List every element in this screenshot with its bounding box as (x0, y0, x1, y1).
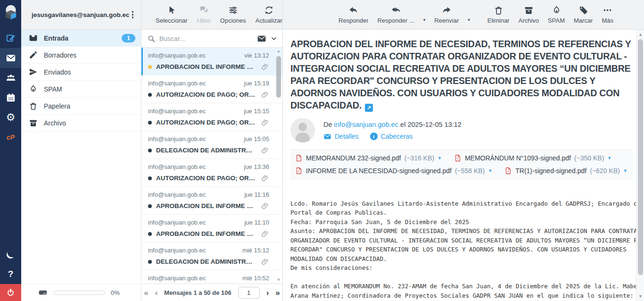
prev-page-button[interactable]: ‹ (155, 289, 158, 297)
account-header: jesusgavilanes@sanjuan.gob.ec (21, 0, 141, 30)
scrollbar-thumb[interactable] (638, 39, 643, 275)
folder-item-inbox[interactable]: Entrada 1 (21, 30, 141, 47)
message-date: jue 15:19 (244, 80, 270, 87)
page-number-input[interactable]: 1 (238, 287, 260, 299)
spam-flame-icon (552, 5, 561, 15)
details-toggle[interactable]: Detalles (323, 133, 359, 141)
message-sender: info@sanjuan.gob.ec (148, 163, 206, 170)
archive-button[interactable]: Archivo (519, 5, 539, 24)
select-button[interactable]: Seleccionar (156, 5, 188, 24)
search-input[interactable] (159, 35, 253, 42)
attachment-menu-caret-icon[interactable]: ▼ (438, 156, 442, 160)
reply-all-button[interactable]: Responder ... (378, 5, 414, 24)
account-menu-button[interactable] (129, 9, 137, 20)
scrollbar-thumb[interactable] (276, 56, 281, 98)
more-dots-icon (603, 5, 612, 15)
attachment-name: MEMORÁNDUM N°1093-signed.pdf (465, 154, 571, 162)
forward-menu-caret-icon[interactable]: ▾ (468, 17, 470, 22)
message-row[interactable]: info@sanjuan.gob.ec jue 11:10 APROBACION… (141, 215, 282, 242)
folder-sidebar: jesusgavilanes@sanjuan.gob.ec Entrada 1 … (21, 0, 141, 301)
attachment-item[interactable]: MEMORANDUM 232-signed.pdf (~316 KB) ▼ (295, 154, 442, 162)
message-date: jue 11:16 (244, 191, 269, 198)
pagination-summary: Mensajes 1 a 50 de 106 (164, 289, 231, 296)
compose-button[interactable] (0, 28, 21, 48)
forward-button[interactable]: Reenviar (434, 5, 459, 24)
sender-email-link[interactable]: info@sanjuan.gob.ec (334, 121, 398, 128)
trash-icon (29, 101, 38, 110)
next-page-button[interactable]: › (266, 289, 269, 297)
rail-item-mail[interactable] (0, 48, 21, 68)
power-icon (7, 289, 15, 296)
threads-chat-icon (199, 5, 209, 15)
folder-item-trash[interactable]: Papelera (21, 98, 141, 115)
rail-item-cpanel[interactable]: cP (0, 127, 21, 147)
message-row[interactable]: info@sanjuan.gob.ec jue 13:36 AUTORIZACI… (141, 159, 282, 187)
last-page-button[interactable]: » (275, 289, 280, 297)
app-logo (0, 0, 21, 24)
options-button[interactable]: Opciones (220, 5, 246, 24)
message-row[interactable]: info@sanjuan.gob.ec jue 11:16 APROBACION… (141, 187, 282, 215)
search-scope-chevron-down-icon[interactable] (270, 35, 278, 42)
mark-button[interactable]: Marcar (574, 5, 593, 24)
mail-scrollbar[interactable]: ▲ ▼ (636, 30, 644, 301)
folder-label: SPAM (44, 85, 62, 93)
search-scope-envelope-icon[interactable] (257, 34, 266, 43)
rail-item-contacts[interactable] (0, 68, 21, 88)
folder-label: Enviados (44, 68, 71, 76)
reply-all-menu-caret-icon[interactable]: ▾ (423, 17, 426, 22)
folder-item-drafts[interactable]: Borradores (21, 47, 141, 64)
threads-button[interactable]: Hilos (197, 5, 211, 24)
attachment-menu-caret-icon[interactable]: ▼ (607, 156, 611, 160)
message-date: mié 10:52 (242, 275, 269, 282)
archive-icon (524, 5, 534, 15)
cursor-icon (166, 5, 176, 15)
attachment-item[interactable]: INFORME DE LA NECESIDAD-signed-signed.pd… (295, 167, 492, 175)
user-email: jesusgavilanes@sanjuan.gob.ec (32, 11, 129, 18)
moon-icon (7, 251, 15, 259)
dark-mode-toggle[interactable] (0, 244, 21, 264)
unread-dot-icon (148, 176, 152, 180)
attachment-item[interactable]: MEMORÁNDUM N°1093-signed.pdf (~350 KB) ▼ (454, 154, 611, 162)
spam-button[interactable]: SPAM (548, 5, 565, 24)
message-row[interactable]: info@sanjuan.gob.ec mié 10:52 APROBACIÓN… (141, 270, 282, 284)
scroll-down-arrow-icon[interactable]: ▼ (276, 277, 281, 282)
attachment-size: (~620 KB) (590, 167, 619, 175)
attachments-panel: MEMORANDUM 232-signed.pdf (~316 KB) ▼ ME… (290, 150, 633, 179)
refresh-button[interactable]: Actualizar (256, 5, 282, 24)
message-datetime: el 2025-12-05 13:12 (400, 121, 462, 128)
message-header-block: De info@sanjuan.gob.ec el 2025-12-05 13:… (290, 118, 633, 142)
attachment-menu-caret-icon[interactable]: ▼ (623, 168, 627, 173)
message-row[interactable]: info@sanjuan.gob.ec jue 15:15 AUTORIZACI… (141, 103, 282, 131)
scroll-up-arrow-icon[interactable]: ▲ (636, 32, 644, 37)
open-in-new-window-icon[interactable]: ↗ (365, 104, 373, 112)
help-button[interactable]: ? (0, 264, 21, 284)
message-row[interactable]: info@sanjuan.gob.ec mié 15:12 DELEGACION… (141, 242, 282, 270)
message-row[interactable]: info@sanjuan.gob.ec vie 13:12 APROBACION… (141, 48, 282, 75)
message-row[interactable]: info@sanjuan.gob.ec jue 15:05 DELEGACION… (141, 131, 282, 159)
folder-item-spam[interactable]: SPAM (21, 81, 141, 98)
attachment-name: MEMORANDUM 232-signed.pdf (306, 154, 401, 162)
folder-item-sent[interactable]: Enviados (21, 64, 141, 81)
first-page-button[interactable]: « (144, 289, 148, 297)
scroll-down-arrow-icon[interactable]: ▼ (636, 294, 644, 299)
logout-button[interactable] (0, 284, 21, 301)
message-view: APROBACION DEL INFORME DE NECESIDAD, TER… (283, 30, 636, 301)
message-date: jue 13:36 (244, 163, 270, 170)
scroll-up-arrow-icon[interactable]: ▲ (276, 49, 281, 53)
attachment-paperclip-icon (261, 174, 269, 182)
rail-item-calendar[interactable] (0, 88, 21, 108)
folder-item-archive[interactable]: Archivo (21, 115, 141, 132)
attachment-paperclip-icon (261, 91, 269, 99)
headers-toggle[interactable]: i Cabeceras (370, 133, 413, 140)
message-date: jue 15:05 (244, 135, 270, 142)
reply-button[interactable]: Responder (339, 5, 369, 24)
more-button[interactable]: Más (602, 5, 613, 24)
delete-button[interactable]: Eliminar (487, 5, 510, 24)
attachment-menu-caret-icon[interactable]: ▼ (488, 168, 492, 173)
attachment-item[interactable]: TR(1)-signed-signed.pdf (~620 KB) ▼ (504, 167, 627, 175)
cpanel-icon: cP (7, 134, 15, 141)
rail-item-settings[interactable]: ⚙ (0, 108, 21, 127)
reply-all-icon (391, 5, 401, 15)
message-row[interactable]: info@sanjuan.gob.ec jue 15:19 AUTORIZACI… (141, 75, 282, 103)
list-scrollbar[interactable]: ▲ ▼ (276, 49, 281, 282)
